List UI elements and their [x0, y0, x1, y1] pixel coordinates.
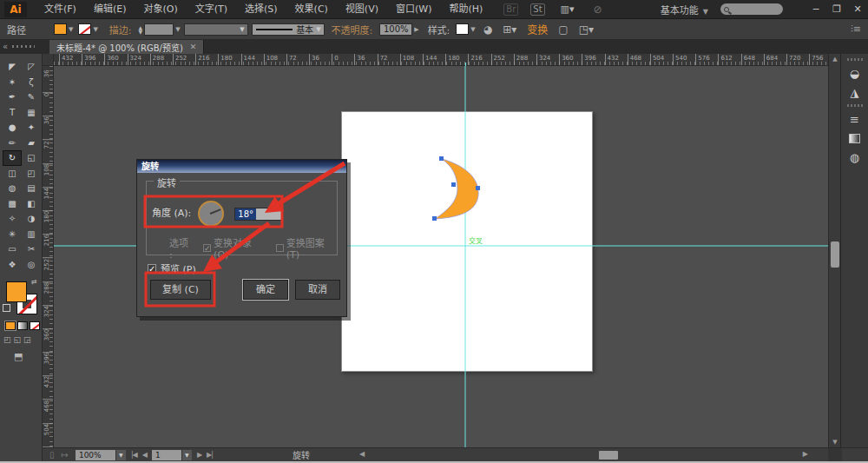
stroke-weight-value[interactable] — [144, 23, 174, 36]
gradient-button[interactable] — [17, 321, 28, 330]
horizontal-ruler[interactable]: 4323963603242882522161801441087236036721… — [54, 54, 828, 66]
chevron-down-icon[interactable]: ▼ — [181, 450, 192, 460]
close-button[interactable]: ✕ — [847, 0, 868, 19]
menu-item-4[interactable]: 选择(S) — [236, 0, 286, 19]
default-fill-stroke-icon[interactable] — [3, 304, 10, 312]
gradient-panel-icon[interactable] — [845, 129, 865, 147]
control-panel-menu-icon[interactable]: ⫶≡ — [851, 23, 861, 35]
preview-checkbox[interactable]: ✓ — [148, 264, 156, 273]
transform-patterns-checkbox[interactable] — [276, 244, 284, 252]
anchor-point[interactable] — [451, 182, 456, 187]
symbol-sprayer-tool[interactable]: ✳ — [3, 227, 22, 242]
pen-tool[interactable]: ✒ — [3, 89, 22, 105]
angle-input[interactable]: 18° — [234, 208, 283, 221]
menu-item-5[interactable]: 效果(C) — [286, 0, 337, 19]
vertical-scrollbar[interactable]: ▲ ▼ — [828, 54, 840, 447]
blend-tool[interactable]: ◑ — [22, 211, 41, 227]
copy-button[interactable]: 复制 (C) — [150, 280, 211, 300]
menu-item-3[interactable]: 文字(T) — [187, 0, 236, 19]
opacity-value[interactable]: 100% — [379, 23, 412, 36]
slice-tool[interactable]: ✂ — [22, 241, 41, 257]
draw-normal-icon[interactable]: ◰ — [3, 335, 11, 344]
variable-width-profile-combo[interactable]: ▼ — [184, 23, 248, 36]
column-graph-tool[interactable]: ▥ — [22, 227, 41, 242]
stroke-weight-stepper[interactable]: ▲▼ — [139, 25, 143, 34]
horizontal-scrollbar-thumb[interactable] — [599, 451, 618, 460]
free-transform-tool[interactable]: ◰ — [22, 166, 41, 182]
transparency-panel-icon[interactable]: ◍ — [845, 149, 865, 166]
brush-definition-combo[interactable]: 基本 ▼ — [252, 23, 325, 36]
stroke-color-picker[interactable]: ▼ — [78, 23, 97, 35]
prev-artboard-icon[interactable]: ◀ — [142, 451, 147, 459]
align-icon[interactable]: ⊞▾ — [503, 23, 516, 36]
status-export-icon[interactable]: ↦ — [62, 450, 69, 460]
scroll-left-icon[interactable]: ◀ — [359, 450, 365, 458]
paintbrush-tool[interactable]: ✦ — [22, 120, 41, 136]
first-artboard-icon[interactable]: |◀ — [131, 451, 137, 459]
stroke-weight-link[interactable]: 描边: — [109, 23, 132, 36]
scroll-down-icon[interactable]: ▼ — [829, 437, 841, 447]
screen-mode-icon[interactable]: ⬒ — [14, 351, 23, 362]
vertical-scrollbar-thumb[interactable] — [831, 241, 839, 268]
bridge-icon[interactable]: Br — [503, 3, 518, 16]
menu-item-2[interactable]: 对象(O) — [135, 0, 186, 19]
eyedropper-tool[interactable]: ✧ — [3, 211, 22, 227]
type-tool[interactable]: T — [3, 105, 22, 121]
next-artboard-icon[interactable]: ▶ — [197, 451, 201, 459]
anchor-point[interactable] — [439, 156, 444, 161]
ellipse-tool[interactable]: ● — [3, 120, 22, 136]
search-box[interactable] — [720, 3, 783, 15]
mesh-tool[interactable]: ▩ — [3, 196, 22, 212]
close-tab-icon[interactable]: ✕ — [190, 43, 197, 51]
anchor-point[interactable] — [476, 186, 480, 190]
menu-item-8[interactable]: 帮助(H) — [440, 0, 491, 19]
opacity-link[interactable]: 不透明度: — [332, 23, 373, 36]
menu-item-6[interactable]: 视图(V) — [337, 0, 387, 19]
last-artboard-icon[interactable]: ▶| — [207, 451, 213, 459]
share-icon[interactable]: ⊘ — [594, 3, 602, 16]
touch-type-tool[interactable]: ▦ — [22, 105, 41, 121]
menu-item-7[interactable]: 窗口(W) — [387, 0, 440, 19]
cancel-button[interactable]: 取消 — [295, 280, 340, 300]
artboard-number-combo[interactable]: 1 — [152, 450, 181, 460]
crescent-shape[interactable] — [435, 159, 478, 219]
dialog-titlebar[interactable]: 旋转 — [137, 160, 346, 173]
minimize-button[interactable]: ─ — [806, 0, 826, 19]
direct-selection-tool[interactable]: ◸ — [22, 59, 41, 75]
vertical-ruler[interactable]: 3603672108144180216252288324360396432468… — [43, 66, 54, 447]
swap-fill-stroke-icon[interactable]: ⇄ — [31, 278, 37, 286]
ok-button[interactable]: 确定 — [243, 280, 288, 300]
selection-tool[interactable]: ◤ — [3, 59, 22, 75]
horizontal-scrollbar[interactable]: ◀ ▶ — [358, 449, 829, 461]
collapse-panel-icon[interactable]: « — [3, 42, 8, 51]
draw-behind-icon[interactable]: ◱ — [14, 335, 22, 344]
eraser-tool[interactable]: ▰ — [22, 136, 41, 151]
stock-icon[interactable]: St — [530, 3, 544, 16]
style-picker[interactable]: ▼ — [456, 23, 475, 35]
draw-inside-icon[interactable]: ◲ — [23, 335, 31, 344]
fill-color-picker[interactable]: ▼ — [54, 23, 73, 35]
transform-link[interactable]: 变换 — [527, 22, 548, 36]
zoom-level-combo[interactable]: 100% — [76, 450, 115, 460]
artboard-tool[interactable]: ▭ — [3, 241, 22, 257]
pencil-tool[interactable]: ✏ — [3, 136, 22, 151]
width-tool[interactable]: ◫ — [3, 166, 22, 182]
hand-tool[interactable]: ❖ — [3, 257, 22, 273]
perspective-grid-tool[interactable]: ▤ — [22, 181, 41, 196]
shape-builder-tool[interactable]: ◍ — [3, 181, 22, 196]
ruler-corner[interactable] — [43, 54, 54, 66]
fill-color-swatch[interactable] — [6, 281, 27, 302]
restore-button[interactable]: ❐ — [826, 0, 847, 19]
bounding-box-icon[interactable]: ▢ — [558, 23, 568, 36]
status-grid-icon[interactable]: ▯ — [49, 450, 55, 460]
scroll-up-icon[interactable]: ▲ — [829, 54, 841, 64]
stroke-panel-icon[interactable]: ≡ — [845, 110, 865, 128]
toolbox-grip[interactable] — [12, 45, 35, 48]
document-tab[interactable]: 未标题-4* @ 100% (RGB/预览) ✕ — [49, 40, 204, 54]
chevron-down-icon[interactable]: ▼ — [115, 450, 126, 460]
color-panel-icon[interactable]: ◒ — [845, 64, 865, 82]
search-input[interactable] — [729, 4, 773, 14]
rotate-tool[interactable]: ↻ — [3, 150, 22, 166]
transform-objects-checkbox[interactable]: ✓ — [203, 244, 211, 252]
gradient-tool[interactable]: ◧ — [22, 196, 41, 212]
